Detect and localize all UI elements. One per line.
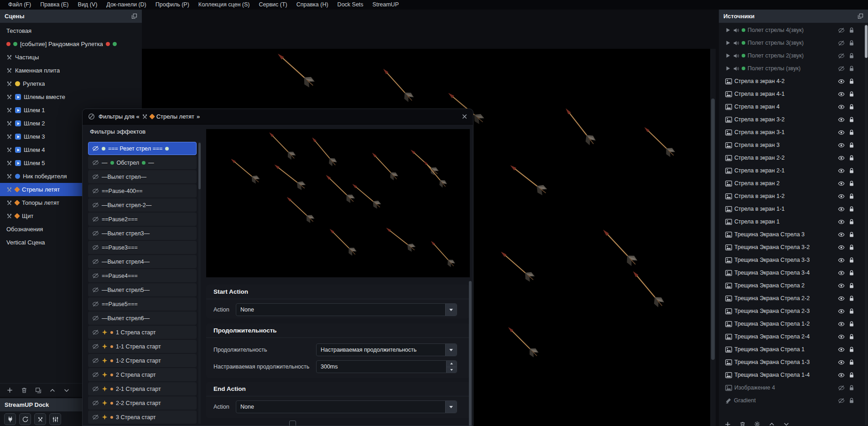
visibility-off-icon[interactable]: [838, 384, 845, 391]
lock-icon[interactable]: [849, 53, 854, 59]
menu-item-5[interactable]: Коллекция сцен (S): [194, 0, 255, 10]
visibility-icon[interactable]: [838, 359, 845, 366]
lock-icon[interactable]: [849, 372, 854, 378]
source-item[interactable]: Стрела в экран 1-1: [719, 203, 868, 215]
lock-icon[interactable]: [849, 219, 854, 225]
menu-item-9[interactable]: StreamUP: [368, 0, 404, 10]
custom-duration-spinbox[interactable]: 300ms: [316, 360, 457, 373]
visibility-icon[interactable]: [838, 155, 845, 161]
source-item[interactable]: Стрела в экран 1: [719, 215, 868, 228]
source-item[interactable]: Трещина Экрана Стрела 1: [719, 343, 868, 356]
source-item[interactable]: Трещина Экрана Стрела 3-2: [719, 241, 868, 254]
source-item[interactable]: Трещина Экрана Стрела 2: [719, 279, 868, 292]
visibility-off-icon[interactable]: [838, 397, 845, 404]
move-scene-up-button[interactable]: [49, 387, 56, 394]
visibility-off-icon[interactable]: [838, 65, 845, 72]
visibility-off-icon[interactable]: [92, 145, 99, 152]
duration-combobox[interactable]: Настраиваемая продолжительность: [316, 343, 457, 356]
filter-item[interactable]: 3 Стрела старт: [88, 410, 197, 424]
visibility-off-icon[interactable]: [92, 400, 99, 406]
scene-item[interactable]: Частицы: [0, 51, 142, 64]
lock-icon[interactable]: [849, 244, 854, 250]
visibility-off-icon[interactable]: [92, 244, 99, 251]
source-item[interactable]: Стрела в экран 3-2: [719, 113, 868, 126]
visibility-icon[interactable]: [838, 372, 845, 379]
lock-icon[interactable]: [849, 66, 854, 72]
visibility-off-icon[interactable]: [92, 371, 99, 378]
streamup-tools-button[interactable]: [34, 413, 46, 425]
source-item[interactable]: Трещина Экрана Стрела 1-4: [719, 369, 868, 381]
visibility-icon[interactable]: [838, 244, 845, 251]
scene-item[interactable]: Шлемы вместе: [0, 90, 142, 104]
sources-scrollbar-handle[interactable]: [865, 25, 868, 58]
visibility-icon[interactable]: [838, 142, 845, 149]
lock-icon[interactable]: [849, 270, 854, 276]
combobox-arrow-icon[interactable]: [445, 401, 457, 413]
visibility-icon[interactable]: [838, 91, 845, 98]
filter-item[interactable]: 2 Стрела старт: [88, 368, 197, 381]
remove-source-button[interactable]: [739, 421, 746, 426]
source-item[interactable]: Стрела в экран 4-1: [719, 88, 868, 100]
filter-item[interactable]: ==Pause2===: [88, 213, 197, 226]
scene-item[interactable]: Рулетка: [0, 77, 142, 90]
lock-icon[interactable]: [849, 181, 854, 187]
lock-icon[interactable]: [849, 257, 854, 263]
source-item[interactable]: Полет стрелы (звук): [719, 62, 868, 75]
scene-item[interactable]: Тестовая: [0, 24, 142, 37]
filter-item[interactable]: 1-1 Стрела старт: [88, 340, 197, 353]
lock-icon[interactable]: [849, 232, 854, 238]
filter-item[interactable]: —Вылет стрел6—: [88, 312, 197, 325]
visibility-off-icon[interactable]: [92, 173, 99, 180]
source-item[interactable]: Стрела в экран 4-2: [719, 75, 868, 88]
visibility-off-icon[interactable]: [838, 40, 845, 47]
visibility-off-icon[interactable]: [92, 159, 99, 166]
visibility-icon[interactable]: [838, 346, 845, 353]
visibility-icon[interactable]: [838, 129, 845, 136]
visibility-icon[interactable]: [838, 257, 845, 264]
visibility-icon[interactable]: [838, 167, 845, 174]
menu-item-7[interactable]: Справка (H): [292, 0, 333, 10]
visibility-off-icon[interactable]: [92, 216, 99, 223]
lock-icon[interactable]: [849, 398, 854, 404]
source-item[interactable]: Трещина Экрана Стрела 3: [719, 228, 868, 241]
lock-icon[interactable]: [849, 78, 854, 84]
streamup-plug-button[interactable]: [4, 413, 16, 425]
lock-icon[interactable]: [849, 40, 854, 46]
source-item[interactable]: Трещина Экрана Стрела 1-2: [719, 317, 868, 330]
filter-item[interactable]: 2-2 Стрела старт: [88, 396, 197, 410]
lock-icon[interactable]: [849, 334, 854, 340]
source-item[interactable]: Трещина Экрана Стрела 2-4: [719, 330, 868, 343]
lock-icon[interactable]: [849, 359, 854, 365]
start-action-combobox[interactable]: None: [236, 303, 457, 316]
lock-icon[interactable]: [849, 296, 854, 301]
source-item[interactable]: Полет стрелы 2(звук): [719, 49, 868, 62]
lock-icon[interactable]: [849, 308, 854, 314]
visibility-off-icon[interactable]: [838, 52, 845, 59]
menu-item-6[interactable]: Сервис (T): [254, 0, 291, 10]
visibility-icon[interactable]: [838, 180, 845, 187]
visibility-off-icon[interactable]: [838, 27, 845, 34]
dock-popout-icon[interactable]: [858, 13, 863, 19]
visibility-icon[interactable]: [838, 321, 845, 327]
duplicate-scene-button[interactable]: [35, 387, 42, 394]
filter-item[interactable]: === Резет стрел ===: [88, 142, 197, 155]
streamup-sliders-button[interactable]: [49, 413, 61, 425]
visibility-icon[interactable]: [838, 104, 845, 110]
menu-item-0[interactable]: Файл (F): [4, 0, 36, 10]
visibility-off-icon[interactable]: [92, 202, 99, 208]
filter-item[interactable]: ==Pause3===: [88, 241, 197, 254]
source-item[interactable]: Трещина Экрана Стрела 1-3: [719, 356, 868, 369]
source-item[interactable]: Gradient: [719, 394, 868, 407]
visibility-off-icon[interactable]: [92, 258, 99, 265]
lock-icon[interactable]: [849, 347, 854, 353]
filter-item[interactable]: —Вылет стрел—: [88, 170, 197, 183]
move-source-up-button[interactable]: [769, 421, 775, 426]
visibility-off-icon[interactable]: [92, 385, 99, 392]
lock-icon[interactable]: [849, 130, 854, 135]
filter-item[interactable]: ==Pause4===: [88, 269, 197, 282]
combobox-arrow-icon[interactable]: [445, 304, 457, 316]
source-properties-button[interactable]: [754, 421, 760, 426]
filters-scrollbar-handle[interactable]: [198, 143, 201, 189]
visibility-off-icon[interactable]: [92, 357, 99, 364]
lock-icon[interactable]: [849, 91, 854, 97]
